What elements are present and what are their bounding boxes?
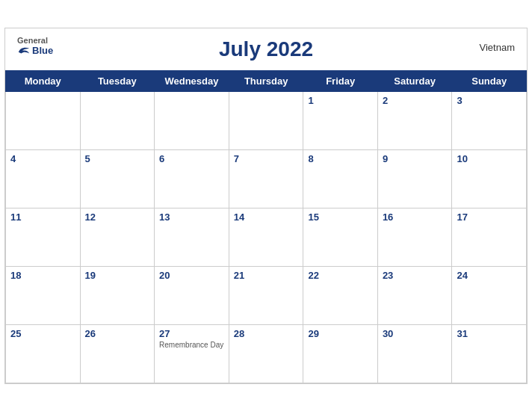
calendar-title: July 2022 [219,37,313,61]
holiday-label: Remembrance Day [159,341,224,349]
calendar-week-row: 123 [6,91,527,149]
day-number: 20 [159,270,170,281]
day-number: 13 [159,211,170,223]
day-number: 6 [159,153,164,164]
calendar-cell: 23 [377,266,452,324]
day-number: 21 [234,270,244,281]
logo-blue-text: Blue [32,45,53,56]
day-number: 30 [383,328,393,339]
day-number: 23 [383,270,393,281]
calendar-table: Monday Tuesday Wednesday Thursday Friday… [5,70,527,383]
calendar-cell [6,91,81,149]
calendar-cell: 15 [303,208,377,266]
calendar-cell: 5 [80,149,155,208]
day-number: 16 [383,211,393,223]
day-number: 28 [234,328,244,339]
logo-bird-icon [17,45,31,55]
day-number: 12 [85,211,96,223]
calendar-cell: 22 [303,266,377,324]
day-number: 1 [308,95,313,106]
calendar-cell: 10 [452,149,527,208]
calendar-week-row: 11121314151617 [6,208,527,266]
calendar-cell: 27Remembrance Day [155,324,229,383]
calendar-week-row: 18192021222324 [6,266,527,324]
calendar-header: General Blue July 2022 Vietnam [5,28,527,64]
calendar-cell: 28 [229,324,303,383]
day-number: 24 [457,270,467,281]
day-number: 31 [457,328,467,339]
day-number: 25 [10,328,21,339]
calendar-cell [229,91,303,149]
day-number: 17 [457,211,467,223]
calendar-thead: Monday Tuesday Wednesday Thursday Friday… [6,70,527,91]
calendar-cell: 14 [229,208,303,266]
calendar-week-row: 45678910 [6,149,527,208]
day-number: 14 [234,211,244,223]
calendar-cell: 26 [80,324,155,383]
calendar-cell: 25 [6,324,81,383]
calendar-cell: 17 [452,208,527,266]
day-number: 7 [234,153,239,164]
header-thursday: Thursday [229,70,303,91]
calendar-cell [80,91,155,149]
calendar-cell: 9 [377,149,452,208]
day-number: 8 [308,153,313,164]
day-number: 11 [10,211,21,223]
calendar-cell: 24 [452,266,527,324]
weekday-header-row: Monday Tuesday Wednesday Thursday Friday… [6,70,527,91]
logo-blue: Blue [17,45,53,56]
day-number: 10 [457,153,467,164]
calendar-cell: 8 [303,149,377,208]
header-tuesday: Tuesday [80,70,155,91]
day-number: 4 [10,153,16,164]
day-number: 26 [85,328,96,339]
calendar-cell: 4 [6,149,81,208]
logo-general: General [17,36,48,45]
day-number: 22 [308,270,318,281]
header-saturday: Saturday [377,70,452,91]
calendar-week-row: 252627Remembrance Day28293031 [6,324,527,383]
calendar-body: 1234567891011121314151617181920212223242… [6,91,527,383]
calendar-cell: 6 [155,149,229,208]
day-number: 5 [85,153,90,164]
logo-area: General Blue [17,36,53,56]
calendar-cell: 29 [303,324,377,383]
calendar-cell: 19 [80,266,155,324]
day-number: 3 [457,95,462,106]
calendar-cell: 12 [80,208,155,266]
header-wednesday: Wednesday [155,70,229,91]
calendar-cell: 3 [452,91,527,149]
calendar-cell: 18 [6,266,81,324]
header-friday: Friday [303,70,377,91]
calendar-cell: 16 [377,208,452,266]
day-number: 27 [159,328,170,339]
calendar-cell: 31 [452,324,527,383]
calendar-container: General Blue July 2022 Vietnam Monday Tu… [4,28,528,384]
calendar-cell: 21 [229,266,303,324]
calendar-cell: 20 [155,266,229,324]
calendar-cell: 1 [303,91,377,149]
day-number: 2 [383,95,388,106]
calendar-cell: 2 [377,91,452,149]
day-number: 18 [10,270,21,281]
day-number: 15 [308,211,318,223]
day-number: 29 [308,328,318,339]
header-sunday: Sunday [452,70,527,91]
calendar-cell: 30 [377,324,452,383]
calendar-cell: 13 [155,208,229,266]
day-number: 9 [383,153,388,164]
day-number: 19 [85,270,96,281]
calendar-cell: 11 [6,208,81,266]
country-label: Vietnam [480,42,515,53]
calendar-cell: 7 [229,149,303,208]
header-monday: Monday [6,70,81,91]
calendar-cell [155,91,229,149]
